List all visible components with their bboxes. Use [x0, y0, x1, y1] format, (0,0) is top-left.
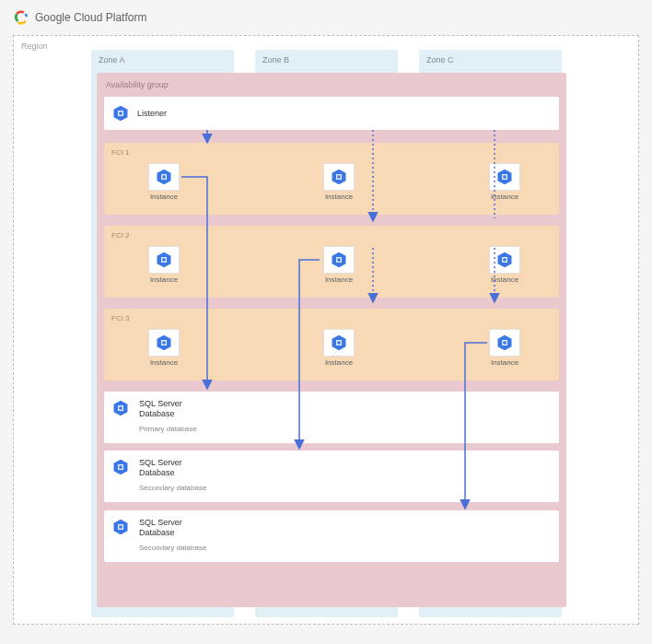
fci-1-row: FCI 1 Instance Instance Instance	[104, 143, 559, 215]
db-secondary2-row: SQL ServerDatabase Secondary database	[104, 510, 559, 562]
availability-group-box: Availability group Listener FCI 1 Instan…	[97, 73, 566, 607]
svg-rect-38	[119, 525, 122, 528]
svg-rect-20	[503, 258, 506, 261]
compute-engine-icon	[111, 399, 130, 417]
listener-label: Listener	[137, 109, 167, 119]
db-title: SQL ServerDatabase	[139, 458, 206, 478]
fci3-instance-b: Instance	[323, 329, 355, 367]
instance-label: Instance	[325, 193, 353, 201]
zone-a-label: Zone A	[91, 50, 234, 70]
compute-engine-icon	[495, 334, 514, 352]
availability-group-label: Availability group	[97, 73, 566, 97]
instance-label: Instance	[491, 193, 518, 201]
fci2-instance-a: Instance	[148, 246, 180, 284]
instance-label: Instance	[150, 193, 178, 201]
instance-label: Instance	[491, 275, 518, 284]
svg-rect-29	[503, 341, 506, 344]
compute-engine-icon	[111, 104, 130, 123]
svg-rect-8	[337, 175, 340, 178]
zone-b-label: Zone B	[255, 50, 398, 70]
fci1-instance-a: Instance	[148, 163, 180, 201]
fci2-instance-b: Instance	[323, 246, 355, 284]
db-primary-row: SQL ServerDatabase Primary database	[104, 392, 559, 443]
svg-rect-17	[337, 258, 340, 261]
fci-2-row: FCI 2 Instance Instance Instance	[104, 226, 559, 298]
compute-engine-icon	[111, 518, 130, 536]
fci2-instance-c: Instance	[489, 246, 520, 284]
instance-label: Instance	[325, 275, 353, 284]
region-box: Region Zone A Zone B Zone C Availability…	[13, 35, 639, 625]
svg-rect-32	[119, 406, 122, 409]
db-secondary1-row: SQL ServerDatabase Secondary database	[104, 451, 559, 502]
compute-engine-icon	[155, 334, 173, 352]
instance-label: Instance	[325, 358, 353, 367]
compute-engine-icon	[495, 168, 514, 186]
svg-rect-5	[162, 175, 165, 178]
header-title: Google Cloud Platform	[35, 11, 146, 24]
fci-3-row: FCI 3 Instance Instance Instance	[104, 309, 559, 381]
instance-label: Instance	[150, 275, 178, 284]
listener-row: Listener	[104, 97, 559, 130]
region-label: Region	[21, 41, 48, 51]
diagram-canvas: Region Zone A Zone B Zone C Availability…	[13, 35, 639, 625]
svg-rect-11	[503, 175, 506, 178]
compute-engine-icon	[155, 251, 173, 269]
svg-rect-14	[162, 258, 165, 261]
compute-engine-icon	[495, 251, 514, 269]
compute-engine-icon	[155, 168, 173, 186]
fci-1-label: FCI 1	[104, 143, 559, 157]
db-sub: Primary database	[139, 425, 197, 433]
gcp-logo-icon	[13, 9, 29, 26]
db-title: SQL ServerDatabase	[139, 399, 197, 419]
svg-rect-2	[119, 111, 122, 114]
svg-rect-35	[119, 465, 122, 468]
compute-engine-icon	[330, 334, 348, 352]
db-sub: Secondary database	[139, 544, 206, 552]
fci-2-label: FCI 2	[104, 226, 559, 240]
db-sub: Secondary database	[139, 484, 206, 492]
fci1-instance-b: Instance	[323, 163, 355, 201]
compute-engine-icon	[111, 458, 130, 476]
header: Google Cloud Platform	[0, 0, 652, 35]
svg-rect-26	[337, 341, 340, 344]
instance-label: Instance	[491, 358, 518, 367]
instance-label: Instance	[150, 358, 178, 367]
fci3-instance-a: Instance	[148, 329, 180, 367]
db-title: SQL ServerDatabase	[139, 518, 206, 538]
fci3-instance-c: Instance	[489, 329, 520, 367]
fci1-instance-c: Instance	[489, 163, 520, 201]
fci-3-label: FCI 3	[104, 309, 559, 322]
compute-engine-icon	[330, 168, 348, 186]
compute-engine-icon	[330, 251, 348, 269]
zone-c-label: Zone C	[419, 50, 562, 70]
svg-rect-23	[162, 341, 165, 344]
